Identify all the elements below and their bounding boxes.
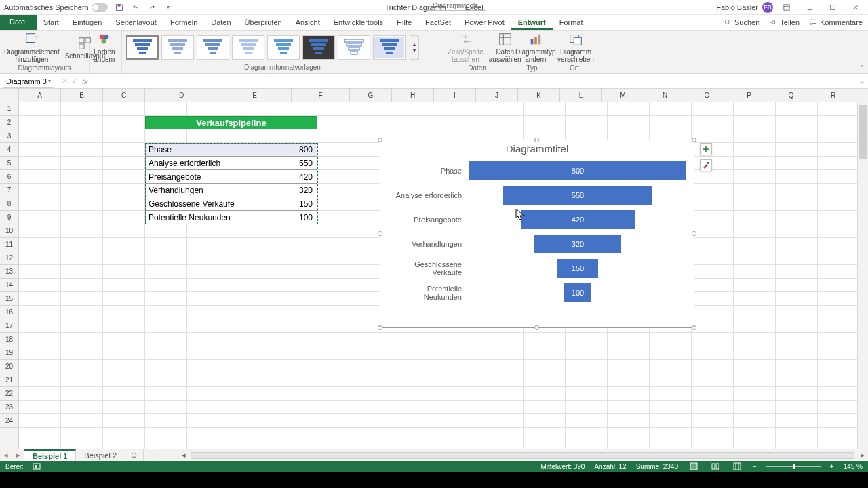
close-icon[interactable] — [846, 0, 865, 15]
table-row[interactable]: Potentielle Neukunden100 — [145, 211, 317, 224]
switch-row-column-button[interactable]: Zeile/Spalte tauschen — [448, 32, 484, 63]
comments-button[interactable]: Kommentare — [809, 18, 863, 26]
tab-start[interactable]: Start — [37, 17, 66, 30]
column-header[interactable]: B — [61, 89, 103, 102]
table-cell[interactable]: 420 — [245, 170, 317, 184]
select-all-triangle[interactable] — [0, 89, 18, 102]
chart-styles-gallery[interactable]: ▴▾ — [126, 35, 419, 60]
row-header[interactable]: 8 — [0, 197, 18, 211]
qat-customize-icon[interactable]: ▾ — [163, 3, 173, 12]
table-cell[interactable]: Geschlossene Verkäufe — [145, 197, 245, 211]
vertical-scrollbar[interactable] — [857, 102, 868, 449]
table-row[interactable]: Verhandlungen320 — [145, 184, 317, 197]
funnel-row[interactable]: Verhandlungen320 — [387, 232, 687, 256]
table-cell[interactable]: 320 — [245, 184, 317, 197]
fx-icon[interactable]: fx — [82, 77, 88, 85]
funnel-row[interactable]: Potentielle Neukunden100 — [387, 281, 687, 305]
tab-ansicht[interactable]: Ansicht — [289, 17, 327, 30]
funnel-row[interactable]: Preisangebote420 — [387, 207, 687, 232]
table-cell[interactable]: Preisangebote — [145, 170, 245, 184]
sheet-tab[interactable]: Beispiel 2 — [76, 449, 125, 461]
funnel-plot-area[interactable]: Phase800Analyse erforderlich550Preisange… — [380, 156, 694, 309]
row-header[interactable]: 20 — [0, 360, 18, 373]
tab-file[interactable]: Datei — [0, 15, 37, 30]
data-table[interactable]: Verkaufspipeline Phase800Analyse erforde… — [145, 116, 317, 224]
move-chart-button[interactable]: Diagramm verschieben — [557, 32, 594, 63]
row-header[interactable]: 22 — [0, 387, 18, 401]
tab-seitenlayout[interactable]: Seitenlayout — [108, 17, 163, 30]
horizontal-scrollbar[interactable]: ◂ ▸ — [188, 449, 868, 461]
sheet-tab[interactable]: Beispiel 1 — [24, 449, 76, 461]
chart-object[interactable]: Diagrammtitel Phase800Analyse erforderli… — [380, 140, 694, 328]
zoom-level[interactable]: 145 % — [844, 463, 863, 470]
row-header[interactable]: 21 — [0, 373, 18, 387]
table-cell[interactable]: 100 — [245, 211, 317, 224]
row-header[interactable]: 3 — [0, 129, 18, 143]
tab-factset[interactable]: FactSet — [418, 17, 458, 30]
save-icon[interactable] — [115, 3, 124, 12]
cancel-formula-icon[interactable]: ✕ — [62, 77, 68, 85]
funnel-row[interactable]: Analyse erforderlich550 — [387, 183, 687, 207]
redo-icon[interactable] — [147, 3, 157, 12]
row-header[interactable]: 16 — [0, 306, 18, 319]
autosave-toggle[interactable]: Automatisches Speichern — [4, 3, 108, 12]
name-box[interactable]: Diagramm 3 ▾ — [3, 75, 54, 88]
macro-record-icon[interactable] — [33, 462, 41, 470]
table-row[interactable]: Phase800 — [145, 143, 317, 157]
chart-style-thumb[interactable] — [338, 35, 370, 60]
funnel-bar[interactable]: 150 — [557, 259, 598, 278]
enter-formula-icon[interactable]: ✓ — [72, 77, 78, 85]
tab-daten[interactable]: Daten — [204, 17, 237, 30]
chart-style-thumb[interactable] — [232, 35, 264, 60]
share-button[interactable]: Teilen — [769, 18, 800, 26]
column-header[interactable]: M — [602, 89, 644, 102]
funnel-row[interactable]: Geschlossene Verkäufe150 — [387, 256, 687, 281]
styles-more-button[interactable]: ▴▾ — [410, 35, 419, 60]
tab-power pivot[interactable]: Power Pivot — [458, 17, 511, 30]
row-header[interactable]: 7 — [0, 184, 18, 197]
chart-title[interactable]: Diagrammtitel — [380, 140, 694, 156]
page-break-view-icon[interactable] — [731, 462, 743, 471]
row-header[interactable]: 5 — [0, 157, 18, 170]
column-header[interactable]: C — [103, 89, 145, 102]
tab-formeln[interactable]: Formeln — [163, 17, 204, 30]
table-cell[interactable]: Phase — [145, 143, 245, 157]
column-header[interactable]: E — [218, 89, 292, 102]
user-name[interactable]: Fabio Basler — [716, 3, 758, 12]
row-header[interactable]: 19 — [0, 346, 18, 360]
new-sheet-button[interactable]: ⊕ — [125, 449, 142, 461]
formula-input[interactable] — [94, 75, 868, 88]
search-button[interactable]: Suchen — [724, 18, 760, 26]
page-layout-view-icon[interactable] — [709, 462, 722, 471]
sheet-nav-next[interactable]: ▸ — [12, 449, 24, 461]
column-header[interactable]: H — [392, 89, 434, 102]
row-header[interactable]: 17 — [0, 319, 18, 333]
table-row[interactable]: Preisangebote420 — [145, 170, 317, 184]
collapse-ribbon-icon[interactable]: ˄ — [861, 64, 864, 72]
funnel-bar[interactable]: 550 — [503, 186, 652, 205]
funnel-bar[interactable]: 320 — [534, 235, 621, 253]
column-header[interactable]: J — [476, 89, 518, 102]
expand-formula-bar-icon[interactable]: ⌄ — [860, 78, 865, 85]
tab-format[interactable]: Format — [553, 17, 590, 30]
column-header[interactable]: P — [728, 89, 770, 102]
worksheet-grid[interactable]: 123456789101112131415161718192021222324 … — [0, 89, 868, 449]
row-header[interactable]: 2 — [0, 116, 18, 129]
column-header[interactable]: L — [560, 89, 602, 102]
tab-einfügen[interactable]: Einfügen — [66, 17, 108, 30]
column-header[interactable]: Q — [770, 89, 812, 102]
zoom-slider[interactable] — [766, 466, 821, 467]
row-header[interactable]: 11 — [0, 238, 18, 251]
table-cell[interactable]: 800 — [245, 143, 317, 157]
row-header[interactable]: 13 — [0, 265, 18, 279]
column-header[interactable]: A — [19, 89, 61, 102]
row-header[interactable]: 1 — [0, 102, 18, 116]
zoom-out-button[interactable]: − — [753, 463, 757, 470]
row-header[interactable]: 4 — [0, 143, 18, 157]
table-row[interactable]: Analyse erforderlich550 — [145, 157, 317, 170]
add-chart-element-button[interactable]: Diagrammelement hinzufügen — [4, 32, 60, 63]
column-header[interactable]: F — [292, 89, 350, 102]
chart-style-thumb[interactable] — [373, 35, 406, 60]
zoom-in-button[interactable]: + — [830, 463, 834, 470]
tab-überprüfen[interactable]: Überprüfen — [238, 17, 289, 30]
